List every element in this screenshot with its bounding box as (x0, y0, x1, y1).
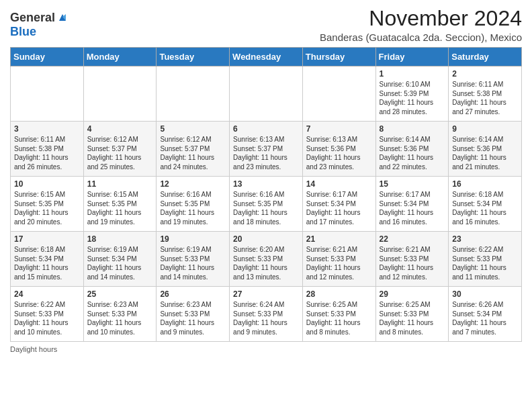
day-number: 28 (306, 289, 372, 299)
day-info: Sunrise: 6:18 AM Sunset: 5:34 PM Dayligh… (14, 246, 69, 281)
day-info: Sunrise: 6:12 AM Sunset: 5:37 PM Dayligh… (87, 136, 142, 171)
day-number: 18 (87, 234, 153, 244)
calendar-header-thursday: Thursday (302, 48, 375, 66)
day-number: 21 (306, 234, 372, 244)
day-number: 27 (233, 289, 299, 299)
calendar-cell: 10Sunrise: 6:15 AM Sunset: 5:35 PM Dayli… (11, 177, 84, 232)
calendar-cell: 21Sunrise: 6:21 AM Sunset: 5:33 PM Dayli… (302, 232, 375, 287)
calendar-cell: 25Sunrise: 6:23 AM Sunset: 5:33 PM Dayli… (83, 287, 157, 342)
day-number: 5 (160, 124, 226, 134)
calendar-week-row: 10Sunrise: 6:15 AM Sunset: 5:35 PM Dayli… (11, 177, 522, 232)
calendar-cell: 11Sunrise: 6:15 AM Sunset: 5:35 PM Dayli… (83, 177, 157, 232)
calendar-cell: 7Sunrise: 6:13 AM Sunset: 5:36 PM Daylig… (302, 122, 375, 177)
calendar-cell: 24Sunrise: 6:22 AM Sunset: 5:33 PM Dayli… (11, 287, 84, 342)
day-info: Sunrise: 6:26 AM Sunset: 5:34 PM Dayligh… (452, 301, 506, 336)
day-info: Sunrise: 6:19 AM Sunset: 5:34 PM Dayligh… (87, 246, 142, 281)
day-number: 22 (380, 234, 445, 244)
month-title: November 2024 (320, 7, 522, 30)
day-number: 19 (160, 234, 226, 244)
title-area: November 2024 Banderas (Guatacalca 2da. … (320, 7, 522, 43)
day-number: 9 (452, 124, 518, 134)
logo-icon (56, 11, 69, 24)
day-number: 4 (87, 124, 153, 134)
day-number: 26 (160, 289, 226, 299)
day-number: 24 (14, 289, 80, 299)
day-number: 30 (452, 289, 518, 299)
day-info: Sunrise: 6:15 AM Sunset: 5:35 PM Dayligh… (87, 191, 142, 226)
calendar-cell: 30Sunrise: 6:26 AM Sunset: 5:34 PM Dayli… (449, 287, 522, 342)
day-info: Sunrise: 6:18 AM Sunset: 5:34 PM Dayligh… (452, 191, 506, 226)
day-number: 6 (233, 124, 299, 134)
day-number: 14 (306, 179, 372, 189)
calendar-cell (230, 66, 303, 122)
calendar-header-friday: Friday (375, 48, 449, 66)
day-info: Sunrise: 6:11 AM Sunset: 5:38 PM Dayligh… (452, 81, 506, 116)
day-number: 10 (14, 179, 80, 189)
calendar-cell: 22Sunrise: 6:21 AM Sunset: 5:33 PM Dayli… (375, 232, 449, 287)
day-info: Sunrise: 6:14 AM Sunset: 5:36 PM Dayligh… (380, 136, 434, 171)
day-info: Sunrise: 6:21 AM Sunset: 5:33 PM Dayligh… (306, 246, 361, 281)
calendar-cell: 28Sunrise: 6:25 AM Sunset: 5:33 PM Dayli… (302, 287, 375, 342)
day-info: Sunrise: 6:10 AM Sunset: 5:39 PM Dayligh… (380, 81, 434, 116)
calendar-cell: 5Sunrise: 6:12 AM Sunset: 5:37 PM Daylig… (157, 122, 230, 177)
location-title: Banderas (Guatacalca 2da. Seccion), Mexi… (320, 32, 522, 43)
day-number: 12 (160, 179, 226, 189)
day-info: Sunrise: 6:22 AM Sunset: 5:33 PM Dayligh… (452, 246, 506, 281)
calendar-cell: 19Sunrise: 6:19 AM Sunset: 5:33 PM Dayli… (157, 232, 230, 287)
day-info: Sunrise: 6:24 AM Sunset: 5:33 PM Dayligh… (233, 301, 287, 336)
calendar-header-wednesday: Wednesday (230, 48, 303, 66)
calendar-cell: 6Sunrise: 6:13 AM Sunset: 5:37 PM Daylig… (230, 122, 303, 177)
calendar-header-row: SundayMondayTuesdayWednesdayThursdayFrid… (11, 48, 522, 66)
day-info: Sunrise: 6:23 AM Sunset: 5:33 PM Dayligh… (87, 301, 142, 336)
day-info: Sunrise: 6:23 AM Sunset: 5:33 PM Dayligh… (160, 301, 214, 336)
day-info: Sunrise: 6:25 AM Sunset: 5:33 PM Dayligh… (380, 301, 434, 336)
calendar-week-row: 3Sunrise: 6:11 AM Sunset: 5:38 PM Daylig… (11, 122, 522, 177)
calendar-cell (83, 66, 157, 122)
header: General Blue November 2024 Banderas (Gua… (10, 7, 522, 43)
day-info: Sunrise: 6:17 AM Sunset: 5:34 PM Dayligh… (380, 191, 434, 226)
day-number: 2 (452, 69, 518, 79)
day-number: 23 (452, 234, 518, 244)
calendar-cell: 23Sunrise: 6:22 AM Sunset: 5:33 PM Dayli… (449, 232, 522, 287)
day-info: Sunrise: 6:16 AM Sunset: 5:35 PM Dayligh… (233, 191, 287, 226)
calendar-cell: 27Sunrise: 6:24 AM Sunset: 5:33 PM Dayli… (230, 287, 303, 342)
calendar-header-tuesday: Tuesday (157, 48, 230, 66)
day-info: Sunrise: 6:25 AM Sunset: 5:33 PM Dayligh… (306, 301, 361, 336)
day-info: Sunrise: 6:11 AM Sunset: 5:38 PM Dayligh… (14, 136, 69, 171)
day-info: Sunrise: 6:13 AM Sunset: 5:36 PM Dayligh… (306, 136, 361, 171)
day-info: Sunrise: 6:20 AM Sunset: 5:33 PM Dayligh… (233, 246, 287, 281)
day-number: 20 (233, 234, 299, 244)
calendar-week-row: 1Sunrise: 6:10 AM Sunset: 5:39 PM Daylig… (11, 66, 522, 122)
day-number: 29 (380, 289, 445, 299)
day-number: 1 (380, 69, 445, 79)
calendar-cell: 1Sunrise: 6:10 AM Sunset: 5:39 PM Daylig… (375, 66, 449, 122)
footer-note: Daylight hours (10, 345, 522, 353)
logo-general-text: General (10, 11, 55, 25)
calendar-cell: 29Sunrise: 6:25 AM Sunset: 5:33 PM Dayli… (375, 287, 449, 342)
calendar-cell: 8Sunrise: 6:14 AM Sunset: 5:36 PM Daylig… (375, 122, 449, 177)
calendar-cell: 17Sunrise: 6:18 AM Sunset: 5:34 PM Dayli… (11, 232, 84, 287)
day-number: 17 (14, 234, 80, 244)
day-info: Sunrise: 6:15 AM Sunset: 5:35 PM Dayligh… (14, 191, 69, 226)
calendar-cell: 2Sunrise: 6:11 AM Sunset: 5:38 PM Daylig… (449, 66, 522, 122)
day-number: 13 (233, 179, 299, 189)
day-number: 25 (87, 289, 153, 299)
day-info: Sunrise: 6:12 AM Sunset: 5:37 PM Dayligh… (160, 136, 214, 171)
calendar-cell: 13Sunrise: 6:16 AM Sunset: 5:35 PM Dayli… (230, 177, 303, 232)
calendar-table: SundayMondayTuesdayWednesdayThursdayFrid… (10, 47, 522, 342)
calendar-cell: 26Sunrise: 6:23 AM Sunset: 5:33 PM Dayli… (157, 287, 230, 342)
day-number: 16 (452, 179, 518, 189)
calendar-cell: 14Sunrise: 6:17 AM Sunset: 5:34 PM Dayli… (302, 177, 375, 232)
calendar-cell (157, 66, 230, 122)
calendar-cell: 9Sunrise: 6:14 AM Sunset: 5:36 PM Daylig… (449, 122, 522, 177)
day-number: 8 (380, 124, 445, 134)
calendar-cell: 15Sunrise: 6:17 AM Sunset: 5:34 PM Dayli… (375, 177, 449, 232)
calendar-cell: 16Sunrise: 6:18 AM Sunset: 5:34 PM Dayli… (449, 177, 522, 232)
day-info: Sunrise: 6:16 AM Sunset: 5:35 PM Dayligh… (160, 191, 214, 226)
calendar-cell (302, 66, 375, 122)
calendar-cell: 18Sunrise: 6:19 AM Sunset: 5:34 PM Dayli… (83, 232, 157, 287)
calendar-week-row: 24Sunrise: 6:22 AM Sunset: 5:33 PM Dayli… (11, 287, 522, 342)
day-info: Sunrise: 6:14 AM Sunset: 5:36 PM Dayligh… (452, 136, 506, 171)
day-info: Sunrise: 6:17 AM Sunset: 5:34 PM Dayligh… (306, 191, 361, 226)
calendar-cell: 12Sunrise: 6:16 AM Sunset: 5:35 PM Dayli… (157, 177, 230, 232)
